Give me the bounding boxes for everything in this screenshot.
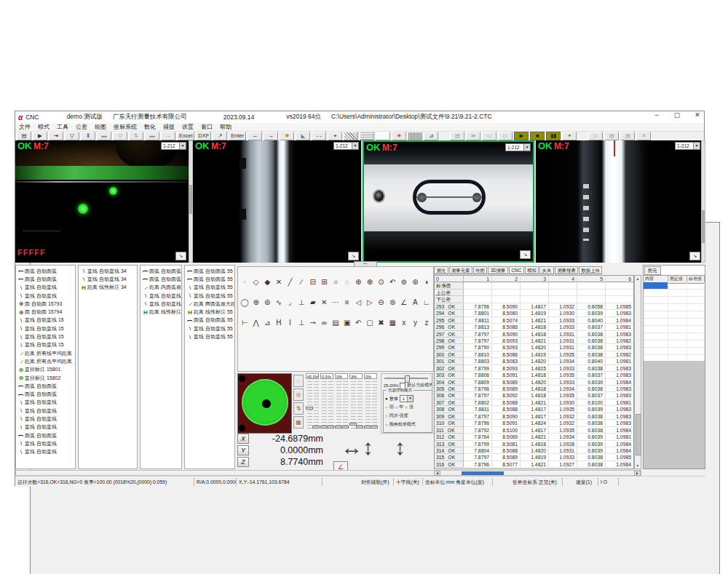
tool-icon[interactable]: A bbox=[410, 298, 420, 308]
back-button[interactable]: ← bbox=[248, 132, 262, 140]
tab-模拟[interactable]: 模拟 bbox=[525, 266, 539, 274]
table-row[interactable]: 297OK7.87978.50901.48181.09310.80381.098… bbox=[435, 331, 633, 338]
tool-icon[interactable]: ∕ bbox=[296, 277, 306, 287]
feature-item[interactable]: \直线 自动直线 34 bbox=[79, 275, 137, 283]
menu-item[interactable]: 设置 bbox=[178, 123, 197, 131]
light-mode-button[interactable]: ◌ bbox=[293, 375, 304, 387]
table-row[interactable]: 295OK7.88118.50741.48211.09330.80401.098… bbox=[435, 317, 633, 324]
feature-item[interactable]: (圆弧 自动圆弧 66 bbox=[141, 267, 181, 275]
feature-item[interactable]: H距离 线性标注 66 bbox=[141, 308, 181, 316]
tool-icon[interactable]: ○ bbox=[331, 277, 341, 287]
tool-icon[interactable]: ⊢ bbox=[240, 318, 250, 328]
table-row[interactable]: 304OK7.88098.50891.48201.09330.80391.098… bbox=[435, 379, 633, 386]
open-button[interactable]: ▶ bbox=[33, 132, 47, 140]
tab-3D测量[interactable]: 3D测量 bbox=[488, 266, 508, 274]
table-row[interactable]: 296OK7.88138.50861.48181.09330.80371.098… bbox=[435, 324, 633, 330]
tab-CNC[interactable]: CNC bbox=[509, 266, 524, 274]
tool-icon[interactable]: ◁ bbox=[353, 298, 363, 308]
element-row[interactable] bbox=[644, 297, 705, 304]
table-row[interactable]: 306OK7.87978.50921.48181.09350.80371.098… bbox=[435, 392, 633, 399]
feature-item[interactable]: \直线 自动直线 bbox=[16, 423, 75, 431]
table-row[interactable]: 307OK7.88028.50881.48211.09300.81001.098… bbox=[435, 399, 633, 406]
radio-mid[interactable]: ○ bbox=[395, 405, 398, 410]
feature-item[interactable]: \直线 自动直线 34 bbox=[79, 267, 137, 275]
feature-item[interactable]: \直线 自动直线 15 bbox=[16, 316, 75, 324]
table-row[interactable]: 293OK7.87968.50901.48171.09320.80581.098… bbox=[435, 303, 633, 310]
maximize-button[interactable]: ▢ bbox=[672, 111, 682, 119]
pattern-swatch[interactable] bbox=[360, 132, 374, 140]
slider-track[interactable] bbox=[307, 381, 312, 431]
menu-item[interactable]: 绘图 bbox=[91, 123, 110, 131]
feature-item[interactable]: ↔距离 所有线平均距离 bbox=[16, 349, 75, 357]
menu-item[interactable]: 帮助 bbox=[216, 123, 235, 131]
menu-item[interactable]: 数化 bbox=[141, 123, 159, 131]
resize-grip-icon[interactable]: ↘ bbox=[689, 252, 700, 260]
feature-item[interactable]: \直线 自动直线 bbox=[16, 292, 75, 300]
element-row[interactable] bbox=[644, 340, 705, 348]
radio-strong[interactable]: ○ bbox=[405, 405, 408, 410]
tool-icon[interactable]: ◆ bbox=[262, 277, 272, 287]
tool-icon[interactable]: ∟ bbox=[422, 298, 432, 308]
feature-item[interactable]: H距离 线性标注 55 bbox=[185, 308, 234, 316]
locate-button[interactable]: ⌖ bbox=[328, 132, 342, 140]
scrollbar[interactable] bbox=[701, 140, 705, 263]
chevron-down-icon[interactable]: ▼ bbox=[179, 143, 186, 149]
slider-thumb[interactable] bbox=[306, 407, 313, 410]
close-button[interactable]: ✕ bbox=[692, 111, 703, 119]
pattern-swatch[interactable] bbox=[408, 132, 422, 140]
caliper-button[interactable]: Ⅱ bbox=[81, 132, 95, 140]
resize-grip-icon[interactable]: ↘ bbox=[348, 252, 359, 260]
channel-combo[interactable]: 1▼ bbox=[400, 395, 414, 402]
range-combo[interactable]: 1-212▼ bbox=[161, 142, 186, 150]
menu-item[interactable]: 窗口 bbox=[197, 123, 216, 131]
table-row[interactable]: 298OK7.87978.50931.48211.09310.80381.098… bbox=[435, 338, 633, 344]
tool-icon[interactable]: ▢ bbox=[365, 318, 375, 328]
ring-light-display[interactable] bbox=[237, 373, 292, 434]
feature-item[interactable]: \直线 自动直线 55 bbox=[185, 292, 234, 300]
resize-grip-icon[interactable]: ↘ bbox=[520, 250, 531, 259]
scroll-right-icon[interactable]: ▶ bbox=[634, 471, 641, 476]
light-bulb-button[interactable]: ✸ bbox=[280, 132, 294, 140]
feature-item[interactable]: ↔距离 内圆弧最大距离 bbox=[141, 284, 181, 292]
tool-icon[interactable]: ↶ bbox=[353, 318, 363, 328]
tool-icon[interactable]: ✖ bbox=[376, 318, 387, 328]
feature-item[interactable]: (圆弧 自动圆弧 bbox=[16, 431, 75, 439]
element-row[interactable] bbox=[644, 282, 705, 290]
range-combo[interactable]: 1-212▼ bbox=[333, 142, 359, 150]
tool-icon[interactable]: ⊞ bbox=[319, 277, 329, 287]
tool-icon[interactable]: y bbox=[410, 318, 420, 328]
tool-icon[interactable]: ⊸ bbox=[308, 318, 318, 328]
feature-item[interactable]: ⊖直径标注 15801 bbox=[16, 366, 75, 374]
probe-button[interactable]: ▽ bbox=[65, 132, 79, 140]
feature-item[interactable]: (圆弧 自动圆弧 bbox=[16, 275, 75, 283]
feature-item[interactable]: (圆弧 自动圆弧 66 bbox=[141, 275, 181, 283]
tool-icon[interactable]: ✕ bbox=[274, 277, 284, 287]
jog-xy-vertical-icon[interactable]: ↕ bbox=[363, 435, 373, 460]
tool-icon[interactable]: ⊚ bbox=[399, 277, 409, 287]
open2-button[interactable]: ▭ bbox=[482, 132, 496, 140]
element-row[interactable] bbox=[644, 311, 705, 319]
light-mode-button[interactable]: ◎ bbox=[293, 388, 304, 401]
report-button[interactable]: ▤ bbox=[620, 132, 635, 140]
tool-icon[interactable]: H bbox=[274, 318, 284, 328]
tool-icon[interactable]: ⊗ bbox=[365, 277, 375, 287]
slider-thumb[interactable] bbox=[356, 426, 363, 428]
light-mode-button[interactable]: ⇅ bbox=[293, 402, 304, 415]
resize-grip-icon[interactable]: ↘ bbox=[175, 252, 186, 260]
slider-thumb[interactable] bbox=[371, 426, 378, 428]
tool-icon[interactable]: ↶ bbox=[387, 277, 397, 287]
tool-icon[interactable]: ⊛ bbox=[410, 277, 420, 287]
feature-item[interactable]: \直线 自动直线 15 bbox=[16, 332, 75, 340]
element-row[interactable] bbox=[644, 326, 705, 333]
tool-icon[interactable]: ⊛ bbox=[262, 298, 272, 308]
tool-icon[interactable]: ▤ bbox=[331, 318, 341, 328]
tool-icon[interactable]: ⊥ bbox=[296, 318, 306, 328]
jog-xy-arrows-icon[interactable]: ↔ bbox=[341, 435, 363, 460]
tool-icon[interactable]: I bbox=[285, 318, 296, 328]
minimize-button[interactable]: – bbox=[652, 111, 662, 119]
save-button[interactable]: ▤ bbox=[17, 132, 31, 140]
pause-button[interactable]: ▮▮ bbox=[546, 132, 561, 140]
tab-element[interactable]: 图元 bbox=[644, 266, 661, 275]
table-row[interactable]: 310OK7.87968.50911.48241.09320.80381.098… bbox=[435, 420, 633, 426]
chart-button[interactable]: ⊿ bbox=[424, 132, 438, 140]
